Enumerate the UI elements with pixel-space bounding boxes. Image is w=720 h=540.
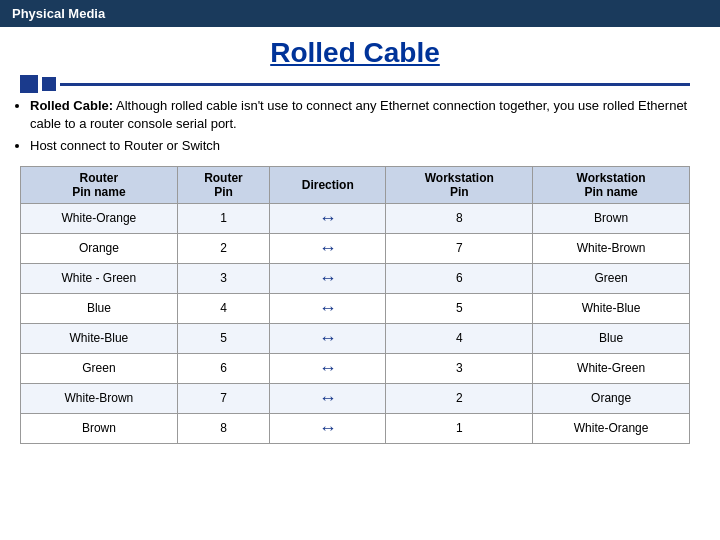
data-cell: White-Blue: [533, 293, 690, 323]
col-ws-pin: WorkstationPin: [386, 166, 533, 203]
data-cell: White-Brown: [21, 383, 178, 413]
data-cell: 7: [177, 383, 269, 413]
data-cell: Brown: [21, 413, 178, 443]
data-cell: 8: [386, 203, 533, 233]
data-cell: White - Green: [21, 263, 178, 293]
blue-square-large: [20, 75, 38, 93]
col-direction: Direction: [270, 166, 386, 203]
data-cell: 5: [177, 323, 269, 353]
table-row: Blue4↔5White-Blue: [21, 293, 690, 323]
col-router-pin: RouterPin: [177, 166, 269, 203]
data-cell: 3: [177, 263, 269, 293]
table-header: RouterPin name RouterPin Direction Works…: [21, 166, 690, 203]
cable-table: RouterPin name RouterPin Direction Works…: [20, 166, 690, 444]
bullet-item-1: Rolled Cable: Although rolled cable isn'…: [30, 97, 690, 133]
page-title: Rolled Cable: [270, 37, 440, 68]
direction-cell: ↔: [270, 413, 386, 443]
direction-cell: ↔: [270, 353, 386, 383]
direction-cell: ↔: [270, 263, 386, 293]
direction-cell: ↔: [270, 203, 386, 233]
bullet-item-2: Host connect to Router or Switch: [30, 137, 690, 155]
data-cell: 2: [177, 233, 269, 263]
data-cell: 6: [177, 353, 269, 383]
direction-cell: ↔: [270, 323, 386, 353]
header-title: Physical Media: [12, 6, 105, 21]
data-cell: 8: [177, 413, 269, 443]
direction-cell: ↔: [270, 383, 386, 413]
table-row: White-Brown7↔2Orange: [21, 383, 690, 413]
table-row: Orange2↔7White-Brown: [21, 233, 690, 263]
title-area: Rolled Cable: [20, 37, 690, 69]
table-row: Green6↔3White-Green: [21, 353, 690, 383]
direction-cell: ↔: [270, 233, 386, 263]
col-ws-pin-name: WorkstationPin name: [533, 166, 690, 203]
data-cell: 6: [386, 263, 533, 293]
table-row: White-Blue5↔4Blue: [21, 323, 690, 353]
header-row: RouterPin name RouterPin Direction Works…: [21, 166, 690, 203]
col-router-pin-name: RouterPin name: [21, 166, 178, 203]
table-body: White-Orange1↔8BrownOrange2↔7White-Brown…: [21, 203, 690, 443]
data-cell: Blue: [21, 293, 178, 323]
data-cell: 2: [386, 383, 533, 413]
main-content: Rolled Cable Rolled Cable: Although roll…: [0, 27, 720, 454]
header-bar: Physical Media: [0, 0, 720, 27]
data-cell: Green: [533, 263, 690, 293]
bullet1-bold: Rolled Cable:: [30, 98, 113, 113]
table-row: White-Orange1↔8Brown: [21, 203, 690, 233]
data-cell: Blue: [533, 323, 690, 353]
data-cell: White-Orange: [533, 413, 690, 443]
data-cell: 1: [386, 413, 533, 443]
direction-cell: ↔: [270, 293, 386, 323]
bullet1-text: Although rolled cable isn't use to conne…: [30, 98, 687, 131]
horizontal-line: [60, 83, 690, 86]
data-cell: 4: [177, 293, 269, 323]
data-cell: 7: [386, 233, 533, 263]
data-cell: Brown: [533, 203, 690, 233]
data-cell: White-Blue: [21, 323, 178, 353]
blue-square-small: [42, 77, 56, 91]
bullet-list: Rolled Cable: Although rolled cable isn'…: [20, 97, 690, 156]
data-cell: Green: [21, 353, 178, 383]
table-row: White - Green3↔6Green: [21, 263, 690, 293]
data-cell: White-Green: [533, 353, 690, 383]
data-cell: 3: [386, 353, 533, 383]
data-cell: 1: [177, 203, 269, 233]
data-cell: 4: [386, 323, 533, 353]
data-cell: Orange: [21, 233, 178, 263]
bullet2-text: Host connect to Router or Switch: [30, 138, 220, 153]
decorators: [20, 75, 690, 93]
table-row: Brown8↔1White-Orange: [21, 413, 690, 443]
data-cell: White-Brown: [533, 233, 690, 263]
data-cell: White-Orange: [21, 203, 178, 233]
data-cell: 5: [386, 293, 533, 323]
data-cell: Orange: [533, 383, 690, 413]
